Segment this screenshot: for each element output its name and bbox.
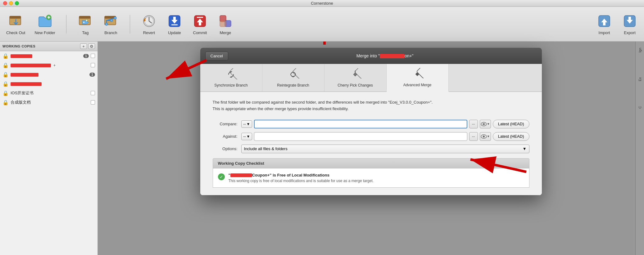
branch-label: Branch — [104, 30, 117, 35]
tag-label: Tag — [82, 30, 88, 35]
tab-bar: Synchronize Branch Reintegrate Branch — [200, 64, 542, 92]
compare-eye-button[interactable]: ▼ — [480, 120, 491, 128]
revert-label: Revert — [143, 30, 155, 35]
sidebar-item-6[interactable]: 🔒 合成版文档 — [0, 98, 98, 107]
sidebar-header-title: WORKING COPIES — [2, 44, 35, 48]
svg-rect-31 — [292, 68, 299, 79]
update-icon — [166, 13, 183, 29]
lock-icon-4: 🔒 — [2, 81, 9, 87]
close-button[interactable] — [3, 1, 7, 5]
checkout-icon — [8, 13, 24, 29]
tag-icon — [77, 13, 93, 29]
maximize-button[interactable] — [15, 1, 19, 5]
options-select[interactable]: Include all files & folders ▼ — [241, 145, 529, 153]
redacted-text-4 — [11, 82, 42, 86]
dialog-overlay: Cancel Merge into "on+" — [98, 42, 644, 255]
sidebar-header: WORKING COPIES + ⚙ — [0, 42, 98, 51]
toolbar: Check Out New Folder Tag — [0, 7, 644, 42]
toolbar-item-merge[interactable]: Merge — [217, 13, 234, 35]
svg-rect-20 — [173, 17, 176, 22]
compare-text-field[interactable] — [254, 120, 467, 128]
svg-point-15 — [110, 19, 113, 22]
compare-revision-button[interactable]: Latest (HEAD) — [493, 120, 529, 128]
tab-cherry-label: Cherry Pick Changes — [338, 83, 373, 87]
checklist-item-1: ✓ "Coupon+" is Free of Local Modificatio… — [213, 168, 529, 188]
toolbar-item-commit[interactable]: Commit — [192, 13, 208, 35]
sidebar-item-4[interactable]: 🔒 — [0, 79, 98, 88]
merge-icon — [217, 13, 234, 29]
compare-row: Compare: -- ▼ ··· — [213, 120, 529, 128]
toolbar-item-tag[interactable]: Tag — [77, 13, 93, 35]
minimize-button[interactable] — [9, 1, 13, 5]
compare-input-group: -- ▼ ··· ▼ — [241, 120, 529, 128]
tab-reintegrate-branch[interactable]: Reintegrate Branch — [262, 64, 324, 92]
toolbar-item-new-folder[interactable]: New Folder — [34, 13, 55, 35]
compare-select-value: -- — [243, 122, 246, 126]
compare-label: Compare: — [213, 122, 238, 126]
cherry-pick-icon — [349, 68, 361, 81]
against-select-arrow: ▼ — [247, 134, 250, 139]
tab-reintegrate-label: Reintegrate Branch — [277, 83, 309, 87]
title-bar: Cornerstone — [0, 0, 644, 7]
toolbar-item-revert[interactable]: Revert — [141, 13, 157, 35]
options-select-value: Include all files & folders — [244, 146, 288, 151]
tab-advanced-merge[interactable]: Advanced Merge — [387, 64, 449, 92]
tab-advanced-label: Advanced Merge — [403, 83, 432, 87]
lock-icon-5: 🔒 — [2, 90, 9, 96]
against-select[interactable]: -- ▼ — [241, 133, 252, 140]
compare-dots-button[interactable]: ··· — [469, 120, 478, 128]
compare-select-arrow: ▼ — [247, 122, 250, 126]
toolbar-item-import[interactable]: Import — [596, 13, 612, 35]
dialog-description: The first folder will be compared agains… — [213, 99, 529, 112]
commit-label: Commit — [193, 30, 207, 35]
app-title: Cornerstone — [311, 1, 333, 6]
sidebar-item-name-4 — [11, 82, 95, 86]
dialog-title: Merge into "on+" — [233, 53, 537, 58]
reintegrate-branch-icon — [287, 68, 299, 81]
cancel-button[interactable]: Cancel — [205, 51, 228, 60]
options-row: Options: Include all files & folders ▼ — [213, 145, 529, 153]
sidebar-checkbox-1[interactable] — [91, 54, 95, 58]
lock-icon-2: 🔒 — [2, 62, 9, 68]
sidebar-item-5[interactable]: 🔒 IOS开发证书 — [0, 88, 98, 98]
sidebar-item-3[interactable]: 🔒 1 — [0, 70, 98, 79]
toolbar-item-checkout[interactable]: Check Out — [6, 13, 25, 35]
merge-dialog: Cancel Merge into "on+" — [200, 48, 542, 195]
advanced-merge-icon — [411, 68, 424, 80]
sidebar-settings-button[interactable]: ⚙ — [88, 43, 95, 49]
new-folder-label: New Folder — [34, 30, 55, 35]
lock-icon-1: 🔒 — [2, 53, 9, 59]
against-revision-button[interactable]: Latest (HEAD) — [493, 132, 529, 141]
commit-icon — [192, 13, 208, 29]
export-label: Export — [624, 30, 636, 35]
svg-rect-7 — [79, 16, 90, 19]
sidebar-item-2[interactable]: 🔒 + — [0, 60, 98, 70]
import-label: Import — [599, 30, 610, 35]
merge-label: Merge — [220, 30, 231, 35]
options-select-arrow: ▼ — [523, 146, 527, 151]
toolbar-item-branch[interactable]: Branch — [103, 13, 119, 35]
lock-icon-3: 🔒 — [2, 72, 9, 78]
sidebar-add-button[interactable]: + — [80, 43, 87, 49]
tab-cherry-pick[interactable]: Cherry Pick Changes — [324, 64, 387, 92]
tab-synchronize-branch[interactable]: Synchronize Branch — [200, 64, 262, 92]
against-text-field[interactable] — [254, 132, 467, 141]
sidebar-item-1[interactable]: 🔒 1 — [0, 51, 98, 60]
sidebar-checkbox-2[interactable] — [91, 63, 95, 67]
svg-point-38 — [483, 136, 485, 137]
sidebar-item-name-6: 合成版文档 — [11, 100, 89, 105]
toolbar-item-export[interactable]: Export — [622, 13, 638, 35]
options-label: Options: — [213, 146, 238, 151]
compare-select[interactable]: -- ▼ — [241, 120, 252, 128]
tab-sync-label: Synchronize Branch — [214, 83, 247, 87]
against-eye-button[interactable]: ▼ — [480, 132, 491, 141]
sidebar-item-name-2: + — [11, 63, 89, 68]
against-row: Against: -- ▼ ··· — [213, 132, 529, 141]
against-dots-button[interactable]: ··· — [469, 132, 478, 141]
svg-point-16 — [105, 23, 108, 25]
toolbar-item-update[interactable]: Update — [166, 13, 183, 35]
sidebar-checkbox-5[interactable] — [91, 91, 95, 95]
window-controls — [3, 1, 19, 5]
sidebar-checkbox-6[interactable] — [91, 100, 95, 105]
sidebar: WORKING COPIES + ⚙ 🔒 1 🔒 + � — [0, 42, 98, 255]
